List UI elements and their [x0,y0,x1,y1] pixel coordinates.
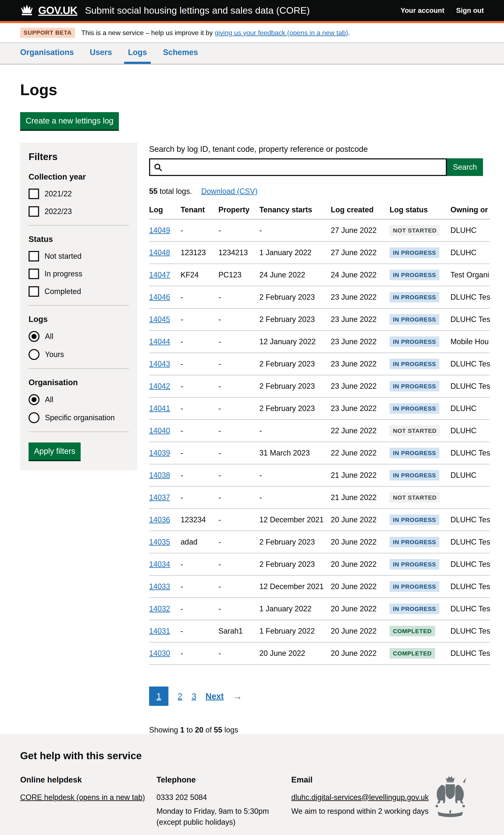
total-logs-count: 55 total logs. [149,187,192,196]
pagination-next-link[interactable]: Next [206,692,224,701]
log-link-14032[interactable]: 14032 [149,605,170,613]
cell-log-created: 24 June 2022 [331,264,389,286]
cell-log-status: In progress [389,308,450,330]
govuk-logo[interactable]: GOV.UK [38,4,78,17]
pagination-page-3[interactable]: 3 [191,692,196,701]
cell-log: 14042 [149,375,181,398]
col-header-property: Property [218,205,259,219]
cell-tenant: - [181,642,218,665]
log-link-14049[interactable]: 14049 [149,226,170,235]
filter-option-in-progress: In progress [28,269,129,279]
cell-log-status: In progress [389,553,450,575]
nav-tab-users[interactable]: Users [86,43,116,64]
cell-property: - [218,398,259,420]
apply-filters-button[interactable]: Apply filters [28,443,81,460]
cell-owning-organisation: DLUHC Tes [450,353,490,375]
log-link-14036[interactable]: 14036 [149,515,170,524]
status-badge: In progress [389,292,439,302]
log-link-14043[interactable]: 14043 [149,360,170,368]
log-link-14030[interactable]: 14030 [149,649,170,657]
create-lettings-log-button[interactable]: Create a new lettings log [20,112,119,129]
cell-log: 14030 [149,642,181,665]
log-link-14047[interactable]: 14047 [149,270,170,279]
radio-yours[interactable] [28,349,39,360]
table-row: 1404812312312342131 January 202227 June … [149,242,490,264]
page-title: Logs [20,81,484,99]
cell-property: - [218,598,259,620]
checkbox-not-started[interactable] [28,251,39,262]
filter-option-label[interactable]: Completed [44,287,81,296]
filter-option-label[interactable]: Not started [44,252,81,261]
email-link[interactable]: dluhc.digital-services@levellingup.gov.u… [291,793,429,801]
results-column: Search by log ID, tenant code, property … [149,143,490,734]
log-link-14031[interactable]: 14031 [149,627,170,635]
search-input[interactable] [149,158,447,176]
sign-out-link[interactable]: Sign out [456,6,484,15]
filter-option-label[interactable]: 2021/22 [44,189,72,198]
filter-option-label[interactable]: 2022/23 [44,207,72,216]
nav-tab-schemes[interactable]: Schemes [159,43,202,64]
checkbox-in-progress[interactable] [28,269,39,279]
feedback-link[interactable]: giving us your feedback (opens in a new … [215,29,348,37]
table-row: 14032--1 January 202220 June 2022In prog… [149,598,490,620]
status-badge: In progress [389,381,439,391]
log-link-14039[interactable]: 14039 [149,449,170,457]
cell-log-status: Not started [389,420,450,442]
log-link-14038[interactable]: 14038 [149,471,170,480]
filter-option-label[interactable]: All [45,332,53,341]
nav-tab-organisations[interactable]: Organisations [16,43,78,64]
service-name-link[interactable]: Submit social housing lettings and sales… [85,5,310,16]
log-link-14042[interactable]: 14042 [149,382,170,390]
cell-property: - [218,509,259,531]
your-account-link[interactable]: Your account [401,6,444,15]
cell-tenancy-starts: 1 January 2022 [259,598,331,620]
status-badge: In progress [389,314,439,325]
filter-option-label[interactable]: In progress [44,269,82,278]
cell-owning-organisation: DLUHC [450,219,490,242]
log-link-14034[interactable]: 14034 [149,560,170,569]
download-csv-link[interactable]: Download (CSV) [201,187,258,196]
cell-tenancy-starts: 1 January 2022 [259,242,331,264]
cell-tenant: - [181,219,218,242]
log-link-14033[interactable]: 14033 [149,582,170,591]
filters-title: Filters [28,151,129,162]
log-link-14037[interactable]: 14037 [149,493,170,502]
radio-all[interactable] [28,331,39,342]
cell-property: - [218,286,259,308]
filter-option-all: All [28,394,129,405]
cell-property: - [218,375,259,398]
checkbox-2022-23[interactable] [28,206,39,217]
log-link-14046[interactable]: 14046 [149,293,170,301]
filter-option-label[interactable]: Specific organisation [45,413,115,422]
cell-log: 14044 [149,330,181,353]
log-link-14035[interactable]: 14035 [149,537,170,546]
log-link-14041[interactable]: 14041 [149,404,170,413]
core-helpdesk-link[interactable]: CORE helpdesk (opens in a new tab) [20,793,145,801]
cell-property: - [218,442,259,464]
log-link-14044[interactable]: 14044 [149,337,170,346]
log-link-14045[interactable]: 14045 [149,315,170,324]
table-row: 14040---22 June 2022Not startedDLUHC [149,420,490,442]
search-button[interactable]: Search [447,158,483,176]
cell-tenant: KF24 [181,264,218,286]
filter-section-status: Status [28,235,129,244]
radio-specific-organisation[interactable] [28,412,39,423]
filter-option-label[interactable]: All [45,395,53,404]
checkbox-completed[interactable] [28,286,39,297]
log-link-14048[interactable]: 14048 [149,248,170,257]
cell-tenancy-starts: - [259,219,331,242]
cell-log-status: In progress [389,598,450,620]
log-link-14040[interactable]: 14040 [149,426,170,435]
pagination-page-2[interactable]: 2 [178,692,182,701]
search-icon [153,163,163,172]
status-badge: In progress [389,403,439,414]
table-row: 14030--20 June 202220 June 2022Completed… [149,642,490,665]
checkbox-2021-22[interactable] [28,189,39,199]
phase-text-after: . [348,29,350,37]
pagination-page-1-current[interactable]: 1 [149,687,168,706]
radio-all[interactable] [28,394,39,405]
cell-owning-organisation [450,486,490,509]
filters-panel: Filters Collection year2021/222022/23Sta… [20,143,137,470]
nav-tab-logs[interactable]: Logs [124,43,151,64]
filter-option-label[interactable]: Yours [45,350,64,359]
